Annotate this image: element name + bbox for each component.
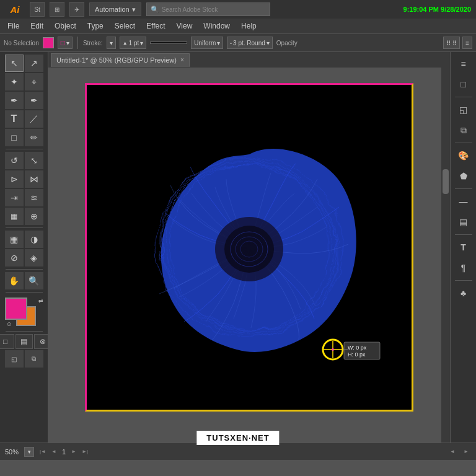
panel-separator-5 <box>455 280 472 281</box>
screen-mode-btn[interactable]: ◱ <box>5 350 24 368</box>
svg-point-16 <box>332 348 334 351</box>
menu-window[interactable]: Window <box>198 19 235 33</box>
lasso-tool[interactable]: ⌖ <box>25 73 43 90</box>
stroke-panel-btn[interactable]: — <box>454 192 474 211</box>
select-tool[interactable]: ↖ <box>5 55 24 72</box>
layers-panel-btn[interactable]: ◱ <box>454 100 474 119</box>
char-panel-btn[interactable]: T <box>454 238 474 257</box>
zoom-tool[interactable]: 🔍 <box>25 272 43 289</box>
reset-colors-icon[interactable]: ⊙ <box>5 320 14 328</box>
menu-type[interactable]: Type <box>82 19 108 33</box>
stroke-label: Stroke: <box>83 40 103 46</box>
vertical-scrollbar[interactable] <box>441 52 450 443</box>
measure-tool[interactable]: ◈ <box>25 249 43 267</box>
fill-mode-row: □ ▤ ⊗ <box>0 334 48 349</box>
swap-colors-icon[interactable]: ⇄ <box>38 298 43 304</box>
search-bar[interactable]: 🔍 Search Adobe Stock <box>146 2 270 16</box>
scroll-right-btn[interactable]: ► <box>461 447 471 457</box>
tool-row-5: □ ✏ <box>5 129 43 146</box>
stroke-color-dropdown[interactable]: ▾ <box>107 37 116 49</box>
tab-close-button[interactable]: × <box>180 56 184 63</box>
menu-view[interactable]: View <box>172 19 198 33</box>
automation-button[interactable]: Automation ▾ <box>89 2 141 16</box>
symbol-panel-btn[interactable]: ♣ <box>454 284 474 302</box>
swatches-panel-btn[interactable]: ⬟ <box>454 167 474 185</box>
datetime: 9:19:04 PM 9/28/2020 <box>403 6 471 13</box>
properties-panel-btn[interactable]: ≡ <box>454 55 474 73</box>
last-page-btn[interactable]: ►| <box>80 447 90 457</box>
graph-bar-tool[interactable]: ▦ <box>5 231 24 248</box>
reflect-tool[interactable]: ⊳ <box>5 170 24 188</box>
page-navigation: |◄ ◄ 1 ► ►| <box>38 447 90 457</box>
menu-effect[interactable]: Effect <box>141 19 170 33</box>
para-panel-btn[interactable]: ¶ <box>454 258 474 277</box>
fill-swatch[interactable] <box>43 37 54 48</box>
gradient-mode-btn[interactable]: ▤ <box>15 334 33 349</box>
menu-help[interactable]: Help <box>236 19 262 33</box>
warp-tool[interactable]: ≋ <box>25 189 43 206</box>
menu-bar: File Edit Object Type Select Effect View… <box>0 19 476 33</box>
graph-pie-tool[interactable]: ◑ <box>25 231 43 248</box>
tool-row-10: ▦ ◑ <box>5 231 43 248</box>
right-panel: ≡ □ ◱ ⧉ 🎨 ⬟ — ▤ T ¶ ♣ <box>450 52 476 443</box>
line-tool[interactable]: ／ <box>25 110 43 128</box>
scale-tool[interactable]: ⤡ <box>25 152 43 169</box>
hand-tool[interactable]: ✋ <box>5 272 24 289</box>
rect-tool[interactable]: □ <box>5 129 24 146</box>
brush-tool[interactable]: ✏ <box>25 129 43 146</box>
gradient-tool[interactable]: ▦ <box>5 208 24 225</box>
tool-row-4: T ／ <box>5 110 43 128</box>
eyedropper-tool[interactable]: ⊘ <box>5 249 24 267</box>
zoom-control: 50% ▾ <box>5 447 34 457</box>
tool-separator-4 <box>6 292 43 293</box>
panel-separator-4 <box>455 234 472 235</box>
rotate-tool[interactable]: ↺ <box>5 152 24 169</box>
icon-grid[interactable]: ⊞ <box>50 2 64 17</box>
zoom-dropdown-btn[interactable]: ▾ <box>24 447 34 457</box>
direct-select-tool[interactable]: ↗ <box>25 55 43 72</box>
width-tool[interactable]: ⇥ <box>5 189 24 206</box>
add-anchor-tool[interactable]: ✒ <box>25 92 43 109</box>
prev-page-btn[interactable]: ◄ <box>49 447 59 457</box>
zoom-value: 50% <box>5 448 22 456</box>
artboard-outer: W: 0 px H: 0 px <box>61 64 438 430</box>
shear-tool[interactable]: ⋈ <box>25 170 43 188</box>
libraries-panel-btn[interactable]: □ <box>454 75 474 94</box>
menu-edit[interactable]: Edit <box>25 19 48 33</box>
fill-type-dropdown[interactable]: □ ▾ <box>58 37 73 49</box>
tab-title: Untitled-1* @ 50% (RGB/GPU Preview) <box>56 56 177 64</box>
svg-text:W: 0 px: W: 0 px <box>348 345 367 351</box>
gradient-panel-btn[interactable]: ▤ <box>454 213 474 231</box>
menu-object[interactable]: Object <box>50 19 81 33</box>
first-page-btn[interactable]: |◄ <box>38 447 48 457</box>
menu-file[interactable]: File <box>2 19 24 33</box>
pen-tool[interactable]: ✒ <box>5 92 24 109</box>
next-page-btn[interactable]: ► <box>69 447 79 457</box>
align-icons[interactable]: ⠿ ⠿ <box>443 37 460 49</box>
magic-wand-tool[interactable]: ✦ <box>5 73 24 90</box>
menu-select[interactable]: Select <box>110 19 140 33</box>
stroke-uniform-dropdown[interactable]: Uniform ▾ <box>191 37 223 49</box>
mesh-tool[interactable]: ⊕ <box>25 208 43 225</box>
artboards-panel-btn[interactable]: ⧉ <box>454 121 474 139</box>
foreground-color-swatch[interactable] <box>5 298 27 320</box>
artboard-frame: W: 0 px H: 0 px <box>85 83 413 412</box>
stroke-round-dropdown[interactable]: • 3 pt. Round ▾ <box>227 37 273 49</box>
icon-sync[interactable]: ✈ <box>69 2 84 17</box>
type-tool[interactable]: T <box>5 110 24 128</box>
normal-mode-btn[interactable]: □ <box>0 334 14 349</box>
artboard-btn[interactable]: ⧉ <box>25 350 43 368</box>
search-icon: 🔍 <box>151 6 159 14</box>
icon-st[interactable]: St <box>30 2 45 17</box>
canvas-area[interactable]: Untitled-1* @ 50% (RGB/GPU Preview) × <box>48 52 450 443</box>
color-area: ⇄ ⊙ <box>5 298 43 328</box>
no-selection-label: No Selection <box>4 40 39 46</box>
color-panel-btn[interactable]: 🎨 <box>454 146 474 165</box>
extra-menu[interactable]: ≡ <box>462 37 472 49</box>
panel-scroll-area: ◱ ⧉ 🎨 ⬟ — ▤ T ¶ ♣ <box>454 100 474 440</box>
scroll-left-btn[interactable]: ◄ <box>447 447 457 457</box>
tool-separator-1 <box>6 149 43 149</box>
pattern-mode-btn[interactable]: ⊗ <box>34 334 49 349</box>
stroke-width-dropdown[interactable]: ▲ 1 pt ▾ <box>120 37 147 49</box>
scrollbar-thumb[interactable] <box>443 169 449 194</box>
